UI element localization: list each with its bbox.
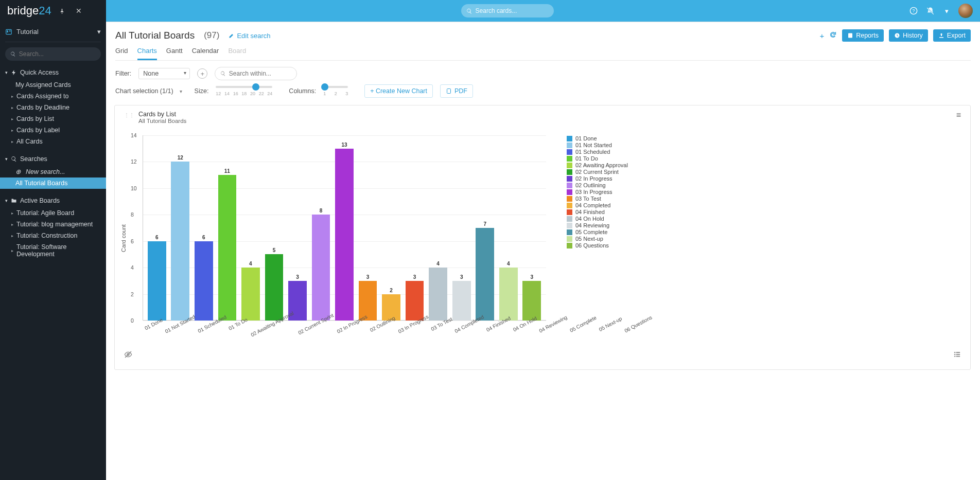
- sidebar-item-by-deadline[interactable]: ▸Cards by Deadline: [0, 102, 106, 113]
- search-within-input[interactable]: [229, 70, 291, 77]
- filter-value: None: [143, 70, 159, 77]
- legend-item[interactable]: 02 Current Sprint: [567, 169, 628, 175]
- legend-item[interactable]: 04 Finished: [567, 209, 628, 215]
- sidebar: Tutorial ▾ ▾Quick Access My Assigned Car…: [0, 22, 106, 480]
- searches-heading[interactable]: ▾Searches: [0, 152, 106, 166]
- legend-item[interactable]: 04 On Hold: [567, 216, 628, 222]
- history-icon: [894, 32, 900, 39]
- bar[interactable]: [218, 175, 237, 321]
- sidebar-item-assigned-to[interactable]: ▸Cards Assigned to: [0, 91, 106, 102]
- add-button[interactable]: +: [819, 31, 824, 40]
- search-icon: [10, 51, 16, 57]
- add-filter-button[interactable]: +: [197, 68, 207, 79]
- sidebar-search-input[interactable]: [19, 50, 96, 58]
- legend-item[interactable]: 05 Complete: [567, 229, 628, 235]
- drag-handle-icon[interactable]: ⋮⋮: [124, 111, 134, 118]
- legend-item[interactable]: 01 Done: [567, 135, 628, 141]
- notifications-off-icon[interactable]: [925, 6, 935, 15]
- caret-right-icon: ▸: [11, 128, 13, 133]
- bar[interactable]: [452, 281, 471, 321]
- svg-rect-7: [848, 33, 852, 38]
- sidebar-item-all-cards[interactable]: ▸All Cards: [0, 136, 106, 147]
- legend-item[interactable]: 02 Outlining: [567, 182, 628, 188]
- sidebar-item-all-tutorial-boards[interactable]: All Tutorial Boards: [0, 177, 106, 189]
- tab-calendar[interactable]: Calendar: [192, 45, 219, 60]
- logo: bridge24 ✕: [0, 0, 106, 22]
- bar[interactable]: [406, 281, 424, 321]
- bar[interactable]: [312, 215, 330, 321]
- chart-selection[interactable]: Chart selection (1/1): [115, 87, 182, 95]
- legend-item[interactable]: 01 Scheduled: [567, 149, 628, 155]
- tab-grid[interactable]: Grid: [115, 45, 128, 60]
- tab-charts[interactable]: Charts: [137, 45, 157, 60]
- data-table-icon[interactable]: [953, 350, 961, 360]
- chart-selection-label: Chart selection (1/1): [115, 87, 173, 95]
- pdf-button[interactable]: PDF: [440, 84, 473, 98]
- global-search-input[interactable]: [476, 7, 549, 14]
- legend-item[interactable]: 05 Next-up: [567, 236, 628, 242]
- bar[interactable]: [429, 268, 447, 321]
- refresh-button[interactable]: [829, 31, 837, 40]
- legend-label: 03 In Progress: [575, 189, 612, 195]
- bar[interactable]: [476, 228, 494, 321]
- chart-menu-icon[interactable]: ≡: [956, 111, 961, 120]
- sidebar-item-board-1[interactable]: ▸Tutorial: blog management: [0, 219, 106, 230]
- size-slider[interactable]: [216, 86, 272, 88]
- filter-select[interactable]: None: [138, 68, 190, 79]
- tab-gantt[interactable]: Gantt: [166, 45, 183, 60]
- legend-item[interactable]: 03 To Test: [567, 195, 628, 202]
- reports-button[interactable]: Reports: [842, 29, 884, 42]
- bar[interactable]: [265, 254, 284, 321]
- sidebar-item-board-0[interactable]: ▸Tutorial: Agile Board: [0, 207, 106, 219]
- bar[interactable]: [195, 241, 213, 321]
- caret-right-icon: ▸: [11, 94, 13, 99]
- export-label: Export: [947, 32, 966, 39]
- legend-item[interactable]: 03 In Progress: [567, 189, 628, 195]
- sidebar-item-board-3[interactable]: ▸Tutorial: Software Development: [0, 241, 106, 260]
- legend-item[interactable]: 02 In Progress: [567, 175, 628, 182]
- sidebar-item-my-assigned[interactable]: My Assigned Cards: [0, 79, 106, 91]
- bar[interactable]: [359, 281, 377, 321]
- bar[interactable]: [171, 162, 189, 321]
- close-icon[interactable]: ✕: [73, 5, 84, 16]
- active-boards-heading[interactable]: ▾Active Boards: [0, 194, 106, 207]
- help-icon[interactable]: ?: [909, 6, 918, 15]
- legend-item[interactable]: 01 Not Started: [567, 142, 628, 148]
- size-slider-wrap: 12141618202224: [216, 86, 272, 96]
- legend-item[interactable]: 04 Completed: [567, 202, 628, 208]
- quick-access-heading[interactable]: ▾Quick Access: [0, 66, 106, 79]
- edit-search-link[interactable]: Edit search: [229, 32, 270, 40]
- dropdown-caret-icon[interactable]: ▾: [942, 6, 951, 15]
- sidebar-search[interactable]: [5, 47, 101, 61]
- create-chart-button[interactable]: + Create New Chart: [364, 84, 433, 98]
- export-button[interactable]: Export: [933, 29, 971, 42]
- global-search[interactable]: [461, 4, 554, 17]
- history-button[interactable]: History: [889, 29, 928, 42]
- bar[interactable]: [241, 268, 260, 321]
- bar[interactable]: [522, 281, 541, 321]
- visibility-toggle-icon[interactable]: [124, 350, 132, 360]
- project-selector[interactable]: Tutorial ▾: [5, 22, 101, 42]
- topbar-right: ? ▾: [909, 4, 980, 18]
- sidebar-item-board-2[interactable]: ▸Tutorial: Construction: [0, 230, 106, 241]
- filter-label: Filter:: [115, 70, 131, 77]
- pin-icon[interactable]: [57, 5, 68, 16]
- legend-item[interactable]: 02 Awaiting Approval: [567, 162, 628, 168]
- bar-value-label: 13: [341, 142, 347, 148]
- sidebar-item-by-list[interactable]: ▸Cards by List: [0, 113, 106, 125]
- legend-item[interactable]: 01 To Do: [567, 155, 628, 162]
- bar[interactable]: [499, 268, 518, 321]
- bar[interactable]: [335, 149, 354, 321]
- legend-item[interactable]: 06 Questions: [567, 242, 628, 248]
- sidebar-item-by-label[interactable]: ▸Cards by Label: [0, 125, 106, 136]
- bar[interactable]: [148, 241, 166, 321]
- columns-slider[interactable]: [323, 86, 348, 88]
- legend-label: 04 On Hold: [575, 216, 604, 222]
- sidebar-item-new-search[interactable]: ⊕New search...: [0, 166, 106, 177]
- bar-value-label: 3: [413, 274, 416, 280]
- chart-card: ⋮⋮ Cards by List All Tutorial Boards ≡ C…: [114, 105, 971, 370]
- avatar[interactable]: [958, 4, 973, 18]
- search-within[interactable]: [215, 67, 297, 80]
- legend-label: 02 Outlining: [575, 182, 606, 188]
- legend-item[interactable]: 04 Reviewing: [567, 222, 628, 228]
